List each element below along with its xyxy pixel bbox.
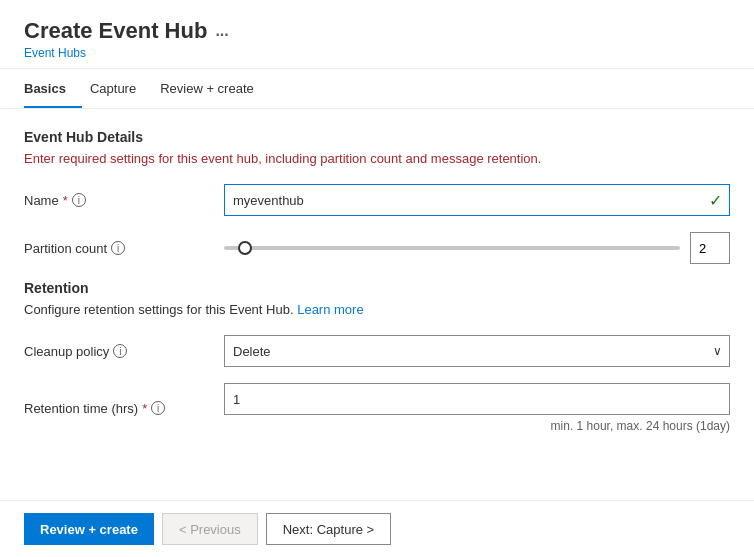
- footer: Review + create < Previous Next: Capture…: [0, 500, 754, 557]
- partition-count-label: Partition count i: [24, 241, 224, 256]
- learn-more-link[interactable]: Learn more: [297, 302, 363, 317]
- name-input[interactable]: [224, 184, 730, 216]
- ellipsis-icon[interactable]: ...: [215, 22, 228, 40]
- retention-time-wrapper: min. 1 hour, max. 24 hours (1day): [224, 383, 730, 433]
- partition-info-icon[interactable]: i: [111, 241, 125, 255]
- retention-section: Retention Configure retention settings f…: [24, 280, 730, 433]
- name-input-wrapper: ✓: [224, 184, 730, 216]
- next-capture-button[interactable]: Next: Capture >: [266, 513, 391, 545]
- details-section-desc: Enter required settings for this event h…: [24, 151, 730, 166]
- page-title: Create Event Hub ...: [24, 18, 730, 44]
- retention-desc: Configure retention settings for this Ev…: [24, 302, 730, 317]
- name-label: Name * i: [24, 193, 224, 208]
- partition-slider[interactable]: [224, 246, 680, 250]
- tab-basics[interactable]: Basics: [24, 69, 82, 108]
- retention-hint: min. 1 hour, max. 24 hours (1day): [224, 419, 730, 433]
- details-section-title: Event Hub Details: [24, 129, 730, 145]
- name-check-icon: ✓: [709, 191, 722, 210]
- retention-info-icon[interactable]: i: [151, 401, 165, 415]
- review-create-button[interactable]: Review + create: [24, 513, 154, 545]
- main-content: Event Hub Details Enter required setting…: [0, 109, 754, 469]
- page-header: Create Event Hub ... Event Hubs: [0, 0, 754, 69]
- retention-time-label: Retention time (hrs) * i: [24, 401, 224, 416]
- name-required-star: *: [63, 193, 68, 208]
- previous-button[interactable]: < Previous: [162, 513, 258, 545]
- tab-capture[interactable]: Capture: [90, 69, 152, 108]
- partition-value-input[interactable]: [690, 232, 730, 264]
- partition-count-row: Partition count i: [24, 232, 730, 264]
- tab-review-create[interactable]: Review + create: [160, 69, 270, 108]
- cleanup-policy-wrapper: Delete Compact Compact and Delete ∨: [224, 335, 730, 367]
- partition-slider-container: [224, 232, 730, 264]
- cleanup-policy-row: Cleanup policy i Delete Compact Compact …: [24, 335, 730, 367]
- cleanup-policy-select[interactable]: Delete Compact Compact and Delete: [224, 335, 730, 367]
- retention-section-title: Retention: [24, 280, 730, 296]
- tabs-container: Basics Capture Review + create: [0, 69, 754, 109]
- cleanup-policy-label: Cleanup policy i: [24, 344, 224, 359]
- name-info-icon[interactable]: i: [72, 193, 86, 207]
- retention-time-row: Retention time (hrs) * i min. 1 hour, ma…: [24, 383, 730, 433]
- name-field-row: Name * i ✓: [24, 184, 730, 216]
- retention-required-star: *: [142, 401, 147, 416]
- cleanup-info-icon[interactable]: i: [113, 344, 127, 358]
- page-title-text: Create Event Hub: [24, 18, 207, 44]
- page-subtitle: Event Hubs: [24, 46, 730, 60]
- retention-time-input[interactable]: [224, 383, 730, 415]
